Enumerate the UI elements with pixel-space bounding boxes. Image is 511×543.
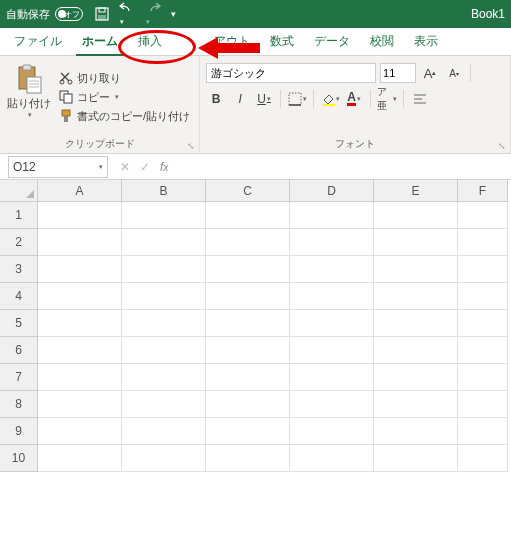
fx-icon[interactable]: fx <box>160 160 168 174</box>
row-header[interactable]: 10 <box>0 445 38 472</box>
save-icon[interactable] <box>95 7 109 21</box>
qat-customize-icon[interactable]: ▾ <box>171 9 176 19</box>
cancel-icon[interactable]: ✕ <box>120 160 130 174</box>
cell[interactable] <box>374 391 458 418</box>
row-header[interactable]: 6 <box>0 337 38 364</box>
cell[interactable] <box>122 202 206 229</box>
row-header[interactable]: 4 <box>0 283 38 310</box>
cell[interactable] <box>38 337 122 364</box>
cell[interactable] <box>290 337 374 364</box>
increase-font-icon[interactable]: A▴ <box>420 63 440 83</box>
cell[interactable] <box>122 418 206 445</box>
font-size-input[interactable] <box>380 63 416 83</box>
cell[interactable] <box>290 229 374 256</box>
cell[interactable] <box>290 364 374 391</box>
cell[interactable] <box>122 229 206 256</box>
chevron-down-icon[interactable]: ▾ <box>28 111 32 119</box>
cell[interactable] <box>122 256 206 283</box>
tab-insert[interactable]: 挿入 <box>128 28 172 55</box>
redo-icon[interactable]: ▾ <box>145 1 161 27</box>
col-header[interactable]: F <box>458 180 508 202</box>
cell[interactable] <box>374 283 458 310</box>
cell[interactable] <box>122 391 206 418</box>
cell[interactable] <box>206 256 290 283</box>
tab-home[interactable]: ホーム <box>72 28 128 55</box>
cell[interactable] <box>374 229 458 256</box>
cell[interactable] <box>374 256 458 283</box>
font-color-button[interactable]: A▾ <box>344 89 364 109</box>
toggle-switch[interactable]: オフ <box>55 7 83 21</box>
name-box[interactable]: O12 ▾ <box>8 156 108 178</box>
col-header[interactable]: A <box>38 180 122 202</box>
dialog-launcher-icon[interactable]: ⤡ <box>187 141 195 151</box>
fill-color-button[interactable]: ▾ <box>320 89 340 109</box>
underline-button[interactable]: U▾ <box>254 89 274 109</box>
cell[interactable] <box>206 310 290 337</box>
cell[interactable] <box>122 310 206 337</box>
cell[interactable] <box>38 445 122 472</box>
font-name-input[interactable] <box>206 63 376 83</box>
cell[interactable] <box>374 364 458 391</box>
cell[interactable] <box>38 283 122 310</box>
cell[interactable] <box>122 364 206 391</box>
cell[interactable] <box>458 202 508 229</box>
phonetic-button[interactable]: ア亜▾ <box>377 89 397 109</box>
row-header[interactable]: 2 <box>0 229 38 256</box>
cell[interactable] <box>206 364 290 391</box>
cell[interactable] <box>290 310 374 337</box>
cell[interactable] <box>374 310 458 337</box>
cell[interactable] <box>458 310 508 337</box>
row-header[interactable]: 3 <box>0 256 38 283</box>
cell[interactable] <box>122 283 206 310</box>
cell[interactable] <box>38 391 122 418</box>
cell[interactable] <box>374 418 458 445</box>
col-header[interactable]: E <box>374 180 458 202</box>
cell[interactable] <box>206 391 290 418</box>
cell[interactable] <box>38 418 122 445</box>
cell[interactable] <box>374 445 458 472</box>
italic-button[interactable]: I <box>230 89 250 109</box>
tab-view[interactable]: 表示 <box>404 28 448 55</box>
border-button[interactable]: ▾ <box>287 89 307 109</box>
dialog-launcher-icon[interactable]: ⤡ <box>498 141 506 151</box>
tab-review[interactable]: 校閲 <box>360 28 404 55</box>
col-header[interactable]: B <box>122 180 206 202</box>
enter-icon[interactable]: ✓ <box>140 160 150 174</box>
chevron-down-icon[interactable]: ▾ <box>99 163 103 171</box>
cell[interactable] <box>458 229 508 256</box>
row-header[interactable]: 5 <box>0 310 38 337</box>
tab-layout[interactable]: アウト <box>172 28 260 55</box>
row-header[interactable]: 1 <box>0 202 38 229</box>
cell[interactable] <box>290 445 374 472</box>
cell[interactable] <box>458 445 508 472</box>
cell[interactable] <box>206 283 290 310</box>
copy-button[interactable]: コピー▾ <box>56 89 193 106</box>
cell[interactable] <box>38 310 122 337</box>
format-painter-button[interactable]: 書式のコピー/貼り付け <box>56 108 193 125</box>
cell[interactable] <box>206 337 290 364</box>
cell[interactable] <box>38 256 122 283</box>
cell[interactable] <box>206 229 290 256</box>
cell[interactable] <box>290 256 374 283</box>
col-header[interactable]: C <box>206 180 290 202</box>
undo-icon[interactable]: ▾ <box>119 1 135 27</box>
cell[interactable] <box>458 256 508 283</box>
cell[interactable] <box>206 445 290 472</box>
cell[interactable] <box>206 418 290 445</box>
cell[interactable] <box>374 337 458 364</box>
cell[interactable] <box>290 418 374 445</box>
align-button[interactable] <box>410 89 430 109</box>
tab-data[interactable]: データ <box>304 28 360 55</box>
cell[interactable] <box>38 202 122 229</box>
cell[interactable] <box>206 202 290 229</box>
cell[interactable] <box>290 283 374 310</box>
cell[interactable] <box>38 229 122 256</box>
autosave-toggle[interactable]: 自動保存 オフ <box>6 7 83 22</box>
cut-button[interactable]: 切り取り <box>56 70 193 87</box>
row-header[interactable]: 8 <box>0 391 38 418</box>
col-header[interactable]: D <box>290 180 374 202</box>
cell[interactable] <box>458 364 508 391</box>
row-header[interactable]: 9 <box>0 418 38 445</box>
cell[interactable] <box>290 202 374 229</box>
cell[interactable] <box>290 391 374 418</box>
